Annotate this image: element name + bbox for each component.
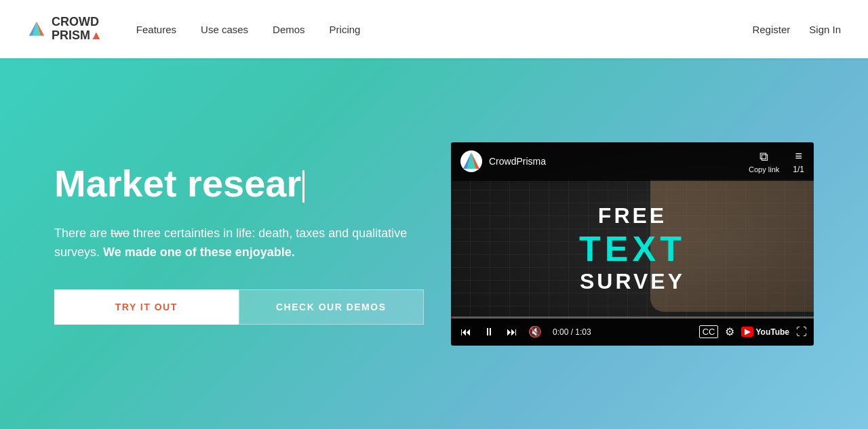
logo-line1: CROWD (52, 16, 102, 29)
navbar: CROWD PRISM▲ Features Use cases Demos Pr… (0, 0, 868, 58)
menu-icon: ≡ (795, 149, 802, 163)
yt-logo-icon: ▶ (741, 327, 753, 337)
video-text-text: TEXT (579, 231, 686, 266)
try-it-out-button[interactable]: TRY IT OUT (54, 289, 239, 325)
captions-button[interactable]: CC (699, 325, 719, 338)
video-panel: CrowdPrisma ⧉ Copy link ≡ 1/1 FREE (451, 142, 814, 346)
youtube-logo[interactable]: ▶ YouTube (741, 327, 789, 337)
hero-emphasis: We made one of these enjoyable. (103, 245, 295, 259)
nav-links: Features Use cases Demos Pricing (136, 24, 753, 35)
channel-avatar (460, 150, 482, 172)
video-channel: CrowdPrisma (460, 150, 546, 172)
hero-section: Market resear There are two three certai… (0, 58, 868, 429)
strikethrough-text: two (111, 226, 130, 240)
fullscreen-button[interactable]: ⛶ (796, 326, 807, 338)
copy-link-label: Copy link (749, 165, 779, 173)
video-time: 0:00 / 1:03 (553, 327, 692, 337)
video-text-free: FREE (598, 203, 667, 228)
settings-button[interactable]: ⚙ (725, 325, 734, 338)
nav-demos[interactable]: Demos (273, 24, 305, 35)
page-count-action: ≡ 1/1 (793, 149, 804, 174)
hero-buttons: TRY IT OUT CHECK OUR DEMOS (54, 289, 424, 325)
video-controls: ⏮ ⏸ ⏭ 🔇 0:00 / 1:03 CC ⚙ ▶ YouTube ⛶ (451, 319, 814, 346)
channel-name: CrowdPrisma (489, 156, 546, 167)
nav-actions: Register Sign In (752, 24, 841, 35)
video-text-overlay: FREE TEXT SURVEY (451, 180, 814, 319)
logo-line2: PRISM▲ (52, 29, 102, 43)
copy-link-action[interactable]: ⧉ Copy link (749, 150, 779, 173)
sign-in-link[interactable]: Sign In (809, 24, 841, 35)
register-link[interactable]: Register (752, 24, 790, 35)
youtube-label: YouTube (755, 327, 789, 337)
pause-button[interactable]: ⏸ (481, 326, 497, 338)
logo-icon (27, 20, 46, 39)
hero-content: Market resear There are two three certai… (54, 163, 451, 325)
check-demos-button[interactable]: CHECK OUR DEMOS (239, 289, 425, 325)
video-text-survey: SURVEY (580, 269, 685, 294)
skip-forward-button[interactable]: ⏭ (504, 326, 520, 338)
channel-avatar-icon (460, 150, 482, 172)
logo-text: CROWD PRISM▲ (52, 16, 102, 43)
hero-description: There are two three certainties in life:… (54, 224, 424, 263)
nav-features[interactable]: Features (136, 24, 176, 35)
skip-back-button[interactable]: ⏮ (458, 326, 474, 338)
page-count: 1/1 (793, 165, 804, 174)
copy-link-icon: ⧉ (760, 150, 768, 164)
video-header: CrowdPrisma ⧉ Copy link ≡ 1/1 (451, 142, 814, 181)
logo[interactable]: CROWD PRISM▲ (27, 16, 102, 43)
nav-pricing[interactable]: Pricing (330, 24, 361, 35)
hero-title: Market resear (54, 163, 424, 205)
mute-button[interactable]: 🔇 (527, 325, 543, 338)
nav-use-cases[interactable]: Use cases (201, 24, 248, 35)
video-header-actions: ⧉ Copy link ≡ 1/1 (749, 149, 804, 174)
typing-cursor (302, 170, 304, 203)
